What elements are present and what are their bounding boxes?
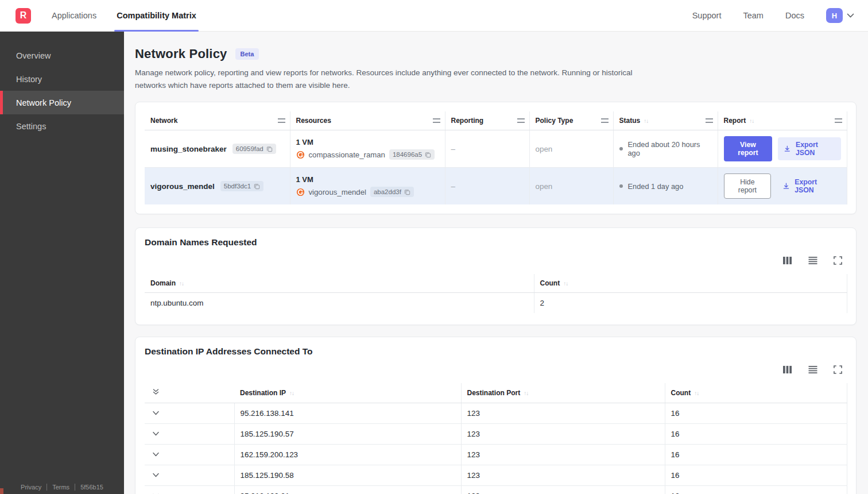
column-label: Destination IP	[240, 389, 286, 397]
sidebar-item-history[interactable]: History	[0, 67, 124, 91]
fullscreen-icon[interactable]	[834, 365, 842, 374]
resource-name[interactable]: compassionate_raman	[309, 150, 385, 159]
card-title: Destination IP Addresses Connected To	[145, 346, 847, 357]
hide-report-button[interactable]: Hide report	[724, 173, 772, 199]
network-id-badge[interactable]: 5bdf3dc1	[220, 181, 264, 191]
column-header-report[interactable]: Report↑↓	[718, 111, 847, 130]
copy-icon[interactable]	[425, 152, 431, 158]
fullscreen-icon[interactable]	[834, 256, 842, 265]
column-header-reporting[interactable]: Reporting	[445, 111, 529, 130]
sort-icon[interactable]: ↑↓	[563, 280, 568, 287]
column-header-destination-ip[interactable]: Destination IP↑↓	[234, 383, 461, 403]
column-label: Reporting	[451, 117, 484, 125]
tab-applications[interactable]: Applications	[52, 0, 96, 32]
expand-row-icon[interactable]	[152, 452, 160, 457]
destination-port-value: 123	[461, 486, 665, 494]
status-text: Ended about 20 hours ago	[628, 140, 712, 157]
policy-type-value: open	[529, 168, 613, 205]
expand-all-icon[interactable]	[152, 388, 160, 396]
copy-icon[interactable]	[254, 183, 260, 190]
destination-ip-row[interactable]: 185.125.190.57 123 16	[145, 424, 847, 445]
sort-icon[interactable]: ↑↓	[749, 118, 754, 124]
column-resize-handle[interactable]	[706, 118, 713, 123]
nav-link-docs[interactable]: Docs	[785, 11, 804, 20]
column-header-policy-type[interactable]: Policy Type	[529, 111, 613, 130]
resource-id-badge[interactable]: 184696a5	[389, 149, 435, 160]
expand-row-icon[interactable]	[152, 431, 160, 437]
copy-icon[interactable]	[404, 189, 410, 195]
destination-ip-row[interactable]: 162.159.200.123 123 16	[145, 445, 847, 465]
topnav-right: Support Team Docs H	[692, 8, 854, 23]
sidebar-item-network-policy[interactable]: Network Policy	[0, 91, 124, 114]
column-header-destination-port[interactable]: Destination Port↑↓	[461, 383, 665, 403]
copy-icon[interactable]	[266, 146, 273, 152]
reporting-value: –	[445, 168, 529, 205]
column-label: Domain	[150, 279, 176, 287]
column-header-resources[interactable]: Resources	[290, 111, 445, 130]
user-menu[interactable]: H	[826, 8, 854, 23]
network-row-musing-stonebraker[interactable]: musing_stonebraker 60959fad 1 VM compass…	[145, 130, 847, 168]
count-value: 16	[665, 424, 847, 445]
terms-link[interactable]: Terms	[52, 484, 69, 491]
nav-link-team[interactable]: Team	[743, 11, 763, 20]
expand-row-icon[interactable]	[152, 473, 160, 478]
column-label: Status	[619, 117, 641, 125]
sort-icon[interactable]: ↑↓	[694, 390, 699, 396]
divider	[46, 484, 47, 491]
row-density-icon[interactable]	[808, 365, 818, 374]
column-resize-handle[interactable]	[278, 118, 285, 123]
sort-icon[interactable]: ↑↓	[289, 390, 294, 396]
export-json-button[interactable]: Export JSON	[777, 175, 840, 198]
primary-tabs: Applications Compatibility Matrix	[52, 0, 196, 32]
column-label: Network	[150, 117, 177, 125]
destination-ip-row[interactable]: 95.216.100.21 123 16	[145, 486, 847, 494]
column-header-status[interactable]: Status↑↓	[613, 111, 718, 130]
tab-compatibility-matrix[interactable]: Compatibility Matrix	[117, 0, 196, 32]
column-resize-handle[interactable]	[433, 118, 440, 123]
column-resize-handle[interactable]	[835, 118, 842, 123]
domain-table: Domain↑↓ Count↑↓ ntp.ubuntu.com 2	[145, 274, 847, 313]
count-value: 2	[534, 293, 847, 314]
sort-icon[interactable]: ↑↓	[644, 118, 648, 124]
column-label: Count	[671, 389, 691, 397]
columns-icon[interactable]	[782, 365, 792, 374]
destination-ip-row[interactable]: 95.216.138.141 123 16	[145, 403, 847, 424]
main-content: Network Policy Beta Manage network polic…	[124, 32, 868, 494]
expand-row-icon[interactable]	[152, 411, 160, 416]
sort-icon[interactable]: ↑↓	[179, 280, 184, 287]
reporting-value: –	[445, 130, 529, 168]
privacy-link[interactable]: Privacy	[21, 484, 41, 491]
view-report-button[interactable]: View report	[724, 136, 773, 161]
vm-icon	[296, 150, 305, 159]
export-json-label: Export JSON	[795, 178, 835, 194]
sort-icon[interactable]: ↑↓	[524, 390, 528, 396]
resource-name[interactable]: vigorous_mendel	[309, 188, 366, 196]
network-row-vigorous-mendel[interactable]: vigorous_mendel 5bdf3dc1 1 VM vigorous_m…	[145, 168, 847, 205]
destination-port-value: 123	[461, 424, 665, 445]
resource-summary: 1 VM	[296, 175, 439, 184]
column-header-count[interactable]: Count↑↓	[665, 383, 847, 403]
sidebar-item-overview[interactable]: Overview	[0, 44, 124, 67]
app-logo[interactable]: R	[16, 8, 31, 24]
columns-icon[interactable]	[782, 256, 792, 265]
row-density-icon[interactable]	[808, 256, 818, 265]
column-resize-handle[interactable]	[601, 118, 609, 123]
export-json-label: Export JSON	[796, 141, 835, 157]
table-header-row: Domain↑↓ Count↑↓	[145, 274, 847, 293]
resource-id-badge[interactable]: aba2dd3f	[370, 187, 414, 197]
column-header-count[interactable]: Count↑↓	[534, 274, 847, 293]
status-dot	[619, 147, 623, 150]
network-id-badge[interactable]: 60959fad	[232, 144, 276, 154]
destination-port-value: 123	[461, 403, 665, 424]
expand-all-header[interactable]	[145, 383, 234, 403]
table-header-row: Network Resources Reporting Policy Type	[145, 111, 847, 130]
export-json-button[interactable]: Export JSON	[778, 137, 840, 160]
avatar[interactable]: H	[826, 8, 843, 23]
column-resize-handle[interactable]	[517, 118, 525, 123]
column-header-domain[interactable]: Domain↑↓	[145, 274, 534, 293]
destination-ip-row[interactable]: 185.125.190.58 123 16	[145, 465, 847, 486]
domain-row[interactable]: ntp.ubuntu.com 2	[145, 293, 847, 314]
column-header-network[interactable]: Network	[145, 111, 290, 130]
sidebar-item-settings[interactable]: Settings	[0, 114, 124, 138]
nav-link-support[interactable]: Support	[692, 11, 722, 20]
